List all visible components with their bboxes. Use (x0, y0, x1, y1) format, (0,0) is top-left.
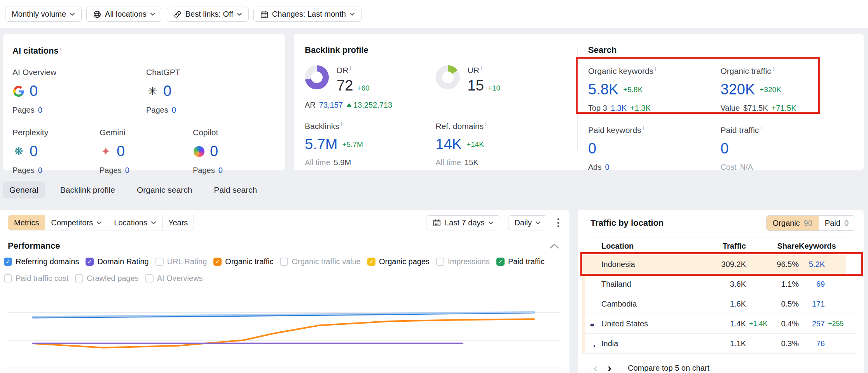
ar-value-link[interactable]: 73,157 (319, 101, 343, 110)
info-icon[interactable]: i (760, 125, 761, 131)
info-icon[interactable]: i (481, 65, 482, 71)
checkbox-url-rating[interactable]: URL Rating (155, 257, 207, 266)
performance-line-chart[interactable] (0, 297, 569, 373)
copilot-value[interactable]: 0 (210, 143, 218, 160)
gemini-metric: Gemini ✦ 0 Pages0 (100, 128, 193, 175)
info-icon[interactable]: i (643, 125, 644, 131)
pages-count-link[interactable]: 0 (218, 166, 223, 175)
table-row-indonesia[interactable]: Indonesia 309.2K 96.5% 5.2K (582, 254, 856, 274)
best-links-dropdown[interactable]: Best links: Off (167, 7, 249, 22)
checkbox-impressions[interactable]: Impressions (436, 257, 490, 266)
alltime-label: All time (436, 158, 461, 167)
paid-keywords-value[interactable]: 0 (588, 141, 596, 157)
segment-locations[interactable]: Locations (108, 215, 162, 230)
toggle-paid[interactable]: Paid0 (819, 216, 855, 230)
keywords-link[interactable]: 69 (799, 280, 825, 289)
pages-label: Pages (146, 106, 168, 115)
table-row-india[interactable]: India 1.1K 0.3% 76 (582, 334, 856, 354)
tab-general[interactable]: General (3, 181, 45, 199)
calendar-icon (433, 218, 441, 227)
info-icon[interactable]: i (773, 66, 774, 72)
info-icon[interactable]: i (60, 46, 61, 52)
keywords-link[interactable]: 257 (799, 319, 825, 328)
checkbox-domain-rating[interactable]: Domain Rating (86, 257, 148, 266)
traffic-by-location-panel: Traffic by location Organic90 Paid0 Loca… (578, 210, 864, 373)
organic-traffic-value[interactable]: 320K (721, 82, 755, 98)
keywords-link[interactable]: 5.2K (799, 260, 825, 269)
date-range-dropdown[interactable]: Last 7 days (426, 215, 500, 230)
chatgpt-value[interactable]: 0 (163, 83, 171, 99)
info-icon[interactable]: i (341, 121, 342, 127)
chevron-down-icon (96, 221, 102, 225)
tab-paid-search[interactable]: Paid search (208, 181, 263, 199)
traffic-delta: +1.4K (746, 320, 772, 328)
checkbox-paid-traffic-cost[interactable]: Paid traffic cost (4, 274, 68, 283)
ai-overview-value[interactable]: 0 (30, 83, 38, 99)
view-segmented-control: Metrics Competitors Locations Years (8, 215, 194, 230)
increase-arrow-icon (346, 103, 352, 107)
keywords-link[interactable]: 76 (799, 339, 825, 348)
alltime-value: 15K (465, 158, 479, 167)
cost-label: Cost (721, 163, 737, 172)
keywords-link[interactable]: 171 (799, 300, 825, 309)
backlinks-value[interactable]: 5.7M (305, 136, 337, 153)
locations-dropdown[interactable]: All locations (86, 7, 162, 22)
toggle-organic[interactable]: Organic90 (767, 216, 819, 230)
organic-keywords-value[interactable]: 5.8K (588, 82, 618, 98)
checkbox-crawled-pages[interactable]: Crawled pages (75, 274, 138, 283)
table-row-cambodia[interactable]: Cambodia 1.6K 0.5% 171 (582, 294, 856, 314)
gemini-value[interactable]: 0 (117, 143, 125, 160)
info-icon[interactable]: i (350, 65, 351, 71)
ai-overview-metric: AI Overview 0 Pages0 (12, 68, 146, 115)
collapse-chevron-icon[interactable] (549, 243, 559, 249)
gemini-icon: ✦ (100, 145, 112, 158)
ads-count-link[interactable]: 0 (605, 163, 609, 172)
segment-competitors[interactable]: Competitors (45, 215, 108, 230)
column-traffic[interactable]: Traffic (684, 242, 746, 251)
chevron-down-icon (349, 12, 355, 16)
previous-page-arrow[interactable]: ‹ (594, 362, 597, 373)
segment-metrics[interactable]: Metrics (8, 215, 45, 230)
backlink-profile-section: Backlink profile DRi 72+60 AR 73,157 13,… (294, 34, 577, 170)
ref-domains-value[interactable]: 14K (436, 136, 462, 153)
pages-count-link[interactable]: 0 (125, 166, 129, 175)
pages-label: Pages (100, 166, 122, 175)
checkbox-referring-domains[interactable]: Referring domains (4, 257, 79, 266)
checkbox-organic-pages[interactable]: Organic pages (367, 257, 430, 266)
checkbox-paid-traffic[interactable]: Paid traffic (496, 257, 545, 266)
changes-dropdown[interactable]: Changes: Last month (253, 7, 362, 22)
column-location[interactable]: Location (601, 242, 684, 251)
keywords-delta: +255 (825, 320, 849, 328)
paid-traffic-value[interactable]: 0 (721, 141, 729, 157)
next-page-arrow[interactable]: › (608, 362, 611, 373)
table-row-united-states[interactable]: United States 1.4K +1.4K 0.4% 257 +255 (582, 314, 856, 334)
segment-years[interactable]: Years (162, 215, 194, 230)
top3-label: Top 3 (588, 104, 607, 113)
paid-keywords-label: Paid keywordsi (588, 125, 721, 135)
info-icon[interactable]: i (485, 121, 486, 127)
pages-count-link[interactable]: 0 (172, 106, 176, 115)
pages-count-link[interactable]: 0 (38, 106, 42, 115)
monthly-volume-dropdown[interactable]: Monthly volume (5, 7, 82, 22)
tab-backlink-profile[interactable]: Backlink profile (54, 181, 121, 199)
tab-organic-search[interactable]: Organic search (131, 181, 198, 199)
compare-top5-label[interactable]: Compare top 5 on chart (628, 364, 709, 373)
copilot-icon (193, 145, 205, 158)
perplexity-value[interactable]: 0 (30, 143, 38, 160)
granularity-dropdown[interactable]: Daily (508, 215, 547, 230)
top3-value-link[interactable]: 1.3K (611, 104, 627, 113)
checkbox-ai-overviews[interactable]: AI Overviews (145, 274, 203, 283)
performance-panel: Metrics Competitors Locations Years Last… (0, 210, 569, 373)
metric-checkboxes: Referring domains Domain Rating URL Rati… (0, 251, 569, 283)
traffic-value: $71.5K (743, 104, 768, 113)
traffic-value: 1.6K (684, 300, 746, 309)
info-icon[interactable]: i (655, 66, 656, 72)
column-keywords[interactable]: Keywords (799, 242, 825, 251)
location-table-footer: ‹ › Compare top 5 on chart (578, 354, 864, 373)
kebab-menu-icon[interactable] (555, 216, 562, 230)
checkbox-organic-traffic-value[interactable]: Organic traffic value (280, 257, 361, 266)
pages-count-link[interactable]: 0 (38, 166, 42, 175)
checkbox-organic-traffic[interactable]: Organic traffic (213, 257, 273, 266)
table-row-thailand[interactable]: Thailand 3.6K 1.1% 69 (582, 274, 856, 294)
column-share[interactable]: Share (772, 242, 799, 251)
